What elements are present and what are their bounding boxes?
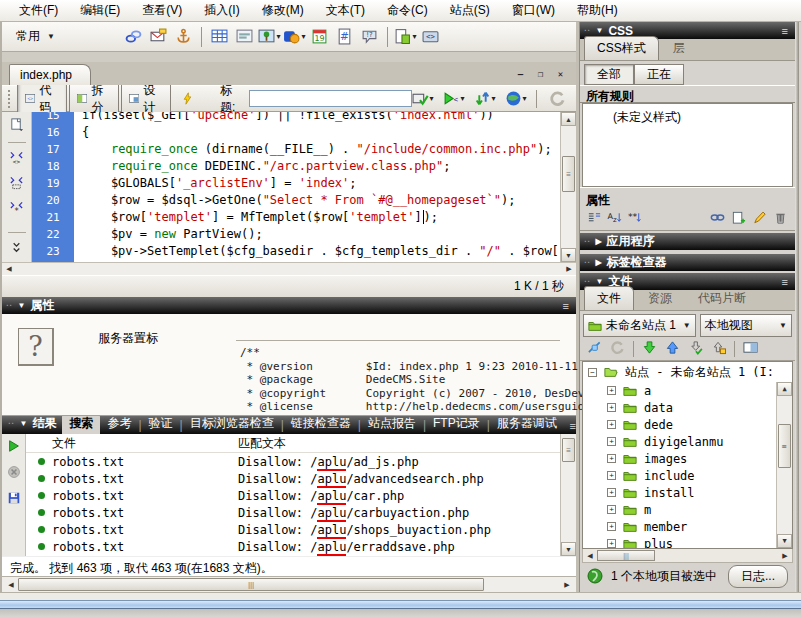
collapse-full-tag-button[interactable]: <> bbox=[9, 150, 24, 168]
menu-text[interactable]: 文本(T) bbox=[315, 0, 376, 22]
close-button[interactable]: ✕ bbox=[553, 67, 568, 80]
panel-options-icon[interactable]: ≡ bbox=[563, 300, 569, 312]
list-view-button[interactable]: Az bbox=[607, 210, 622, 228]
scroll-thumb[interactable]: ≡ bbox=[778, 424, 791, 468]
expand-button[interactable] bbox=[743, 340, 758, 358]
collapsed-panel-标签检查器[interactable]: ∙∙▶标签检查器 bbox=[580, 254, 795, 271]
tree-folder-include[interactable]: +include bbox=[583, 467, 792, 484]
scroll-down-icon[interactable]: ▼ bbox=[561, 248, 576, 262]
files-tab-资源[interactable]: 资源 bbox=[636, 287, 684, 310]
menu-site[interactable]: 站点(S) bbox=[439, 0, 501, 22]
code-line[interactable]: 23 $pv->SetTemplet($cfg_basedir . $cfg_t… bbox=[32, 243, 560, 260]
expand-expander[interactable]: + bbox=[607, 539, 616, 548]
results-title-group[interactable]: ∙∙ ▼ 结果 bbox=[6, 415, 62, 434]
media-button[interactable]: ▾ bbox=[282, 26, 307, 48]
menu-file[interactable]: 文件(F) bbox=[8, 0, 69, 22]
menu-help[interactable]: 帮助(H) bbox=[566, 0, 629, 22]
expand-expander[interactable]: + bbox=[607, 454, 616, 463]
menu-edit[interactable]: 编辑(E) bbox=[69, 0, 131, 22]
table-button[interactable] bbox=[207, 26, 232, 48]
insert-div-button[interactable] bbox=[232, 26, 257, 48]
tree-vscrollbar[interactable]: ▲ ≡ ▼ bbox=[776, 382, 792, 548]
email-link-button[interactable] bbox=[146, 26, 171, 48]
code-line[interactable]: 16{ bbox=[32, 124, 560, 141]
scroll-up-icon[interactable]: ▲ bbox=[777, 382, 792, 396]
open-documents-button[interactable] bbox=[9, 117, 24, 135]
results-tab-8[interactable]: 服务器调试 bbox=[490, 413, 564, 434]
menu-commands[interactable]: 命令(C) bbox=[376, 0, 439, 22]
collapse-expander[interactable]: − bbox=[588, 368, 597, 377]
panel-options-icon[interactable]: ≡ bbox=[782, 25, 788, 37]
set-properties-button[interactable]: ** bbox=[627, 210, 642, 228]
expand-expander[interactable]: + bbox=[607, 522, 616, 531]
server-include-button[interactable]: # bbox=[332, 26, 357, 48]
scroll-thumb[interactable]: ||| bbox=[18, 578, 484, 591]
check-in-button[interactable] bbox=[711, 340, 726, 358]
tree-folder-m[interactable]: +m bbox=[583, 501, 792, 518]
result-row[interactable]: robots.txtDisallow: /aplu/advancedsearch… bbox=[26, 470, 560, 487]
code-view[interactable]: 15if(isset($_GET['upcache']) || !file_ex… bbox=[32, 112, 560, 262]
code-line[interactable]: 'templet']); bbox=[32, 260, 560, 262]
preview-browser-button[interactable]: ▾ bbox=[505, 88, 527, 110]
expand-expander[interactable]: + bbox=[607, 403, 616, 412]
panel-options-icon[interactable]: ≡ bbox=[782, 276, 788, 288]
expand-all-button[interactable]: * bbox=[9, 200, 24, 218]
date-button[interactable]: 19 bbox=[307, 26, 332, 48]
restore-button[interactable]: ❐ bbox=[533, 67, 548, 80]
scroll-left-icon[interactable]: ◀ bbox=[583, 550, 597, 562]
new-rule-button[interactable] bbox=[731, 210, 746, 228]
menu-view[interactable]: 查看(V) bbox=[131, 0, 193, 22]
code-line[interactable]: 21 $row['templet'] = MfTemplet($row['tem… bbox=[32, 209, 560, 226]
play-button[interactable] bbox=[7, 439, 21, 456]
document-tab[interactable]: index.php bbox=[9, 64, 91, 85]
code-line[interactable]: 19 $GLOBALS['_arclistEnv'] = 'index'; bbox=[32, 175, 560, 192]
expand-expander[interactable]: + bbox=[607, 420, 616, 429]
scroll-down-icon[interactable]: ▼ bbox=[777, 534, 792, 548]
more-chevrons-button[interactable] bbox=[9, 240, 24, 258]
results-tab-1[interactable]: 搜索 bbox=[62, 413, 100, 434]
named-anchor-button[interactable] bbox=[171, 26, 196, 48]
collapse-selection-button[interactable] bbox=[9, 175, 24, 193]
results-hscrollbar[interactable]: ◀ ||| ▶ bbox=[2, 576, 576, 592]
image-button[interactable]: ▾ bbox=[257, 26, 282, 48]
code-line[interactable]: 17 require_once (dirname(__FILE__) . "/i… bbox=[32, 141, 560, 158]
scroll-thumb[interactable]: ||| bbox=[597, 550, 655, 561]
tree-folder-member[interactable]: +member bbox=[583, 518, 792, 535]
log-button[interactable]: 日志... bbox=[728, 565, 788, 588]
edit-style-button[interactable] bbox=[752, 210, 767, 228]
menu-window[interactable]: 窗口(W) bbox=[501, 0, 566, 22]
results-vscrollbar[interactable]: ≡ ▼ bbox=[560, 434, 576, 556]
live-view-button[interactable] bbox=[177, 88, 198, 109]
css-rules-list[interactable]: (未定义样式) bbox=[582, 103, 793, 187]
tree-hscrollbar[interactable]: ◀ ||| ▶ bbox=[582, 549, 793, 563]
properties-panel-header[interactable]: ∙∙ ▼ 属性 ≡ bbox=[2, 297, 576, 314]
refresh-button[interactable] bbox=[546, 88, 568, 110]
results-tab-5[interactable]: 链接检查器 bbox=[284, 413, 358, 434]
results-tab-6[interactable]: 站点报告 bbox=[361, 413, 423, 434]
collapsed-panel-应用程序[interactable]: ∙∙▶应用程序 bbox=[580, 233, 795, 250]
menu-modify[interactable]: 修改(M) bbox=[251, 0, 315, 22]
code-vscrollbar[interactable]: ▲ ≡ ▼ bbox=[560, 112, 576, 262]
scroll-right-icon[interactable]: ▶ bbox=[560, 579, 574, 591]
tag-chooser-button[interactable]: <> bbox=[418, 26, 443, 48]
results-tab-4[interactable]: 目标浏览器检查 bbox=[183, 413, 281, 434]
css-filter-全部[interactable]: 全部 bbox=[584, 64, 634, 85]
code-line[interactable]: 20 $row = $dsql->GetOne("Select * From `… bbox=[32, 192, 560, 209]
results-tab-2[interactable]: 参考 bbox=[100, 413, 138, 434]
tree-folder-dede[interactable]: +dede bbox=[583, 416, 792, 433]
title-input[interactable] bbox=[249, 90, 412, 107]
code-line[interactable]: 15if(isset($_GET['upcache']) || !file_ex… bbox=[32, 112, 560, 124]
category-view-button[interactable] bbox=[587, 210, 602, 228]
templates-button[interactable]: ▾ bbox=[393, 26, 418, 48]
scroll-left-icon[interactable]: ◀ bbox=[4, 579, 18, 591]
scroll-thumb[interactable]: ≡ bbox=[562, 438, 575, 462]
tree-folder-plus[interactable]: +plus bbox=[583, 535, 792, 549]
validate-markup-button[interactable]: ▾ bbox=[412, 88, 434, 110]
file-management-button[interactable]: ▾ bbox=[474, 88, 496, 110]
preview-debug-button[interactable]: <▾ bbox=[443, 88, 465, 110]
result-row[interactable]: robots.txtDisallow: /aplu/carbuyaction.p… bbox=[26, 504, 560, 521]
scroll-right-icon[interactable]: ▶ bbox=[778, 550, 792, 562]
scroll-left-icon[interactable]: ◀ bbox=[2, 263, 16, 275]
insert-category-dropdown[interactable]: 常用 ▼ bbox=[12, 25, 59, 48]
scroll-up-icon[interactable]: ▲ bbox=[561, 112, 576, 126]
